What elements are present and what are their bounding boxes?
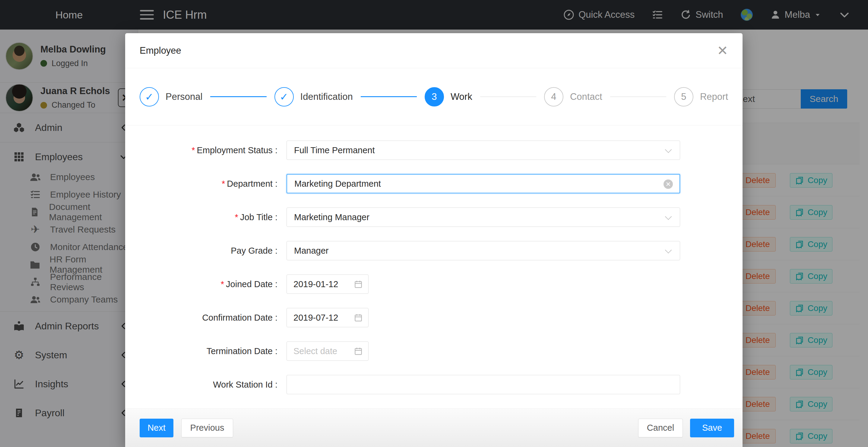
step-number: 4: [551, 91, 556, 102]
modal-title: Employee: [140, 45, 181, 56]
required-asterisk: *: [191, 145, 195, 155]
field-label-text: Confirmation Date: [202, 313, 273, 322]
field-row-employment-status: *Employment Status :Full Time Permanent: [125, 141, 743, 174]
step-contact[interactable]: 4Contact: [544, 87, 602, 107]
department-select[interactable]: Marketing Department✕: [286, 174, 680, 193]
step-label: Contact: [570, 91, 602, 102]
field-label-termination-date: Termination Date :: [125, 341, 282, 361]
field-row-confirmation-date: Confirmation Date :2019-07-12: [125, 308, 743, 341]
selected-value: Marketing Department: [294, 179, 381, 189]
close-icon: ✕: [717, 43, 728, 58]
field-label-confirmation-date: Confirmation Date :: [125, 308, 282, 327]
termination-date-datepicker[interactable]: Select date: [286, 341, 369, 361]
required-asterisk: *: [221, 279, 224, 289]
cancel-button[interactable]: Cancel: [638, 419, 683, 437]
step-identification[interactable]: ✓Identification: [275, 87, 353, 107]
modal-header: Employee ✕: [125, 33, 743, 68]
selected-value: Full Time Permanent: [294, 145, 375, 155]
field-label-text: Job Title: [240, 212, 273, 222]
field-control-joined-date: 2019-01-12: [286, 274, 369, 294]
field-label-text: Joined Date: [226, 279, 273, 289]
date-value: 2019-01-12: [293, 279, 338, 289]
step-work[interactable]: 3Work: [425, 87, 472, 107]
field-label-text: Employment Status: [197, 145, 272, 155]
step-check-icon: ✓: [145, 91, 154, 103]
step-connector: [210, 96, 266, 97]
selected-value: Manager: [294, 246, 329, 256]
step-label: Report: [700, 91, 728, 102]
step-connector: [361, 96, 417, 97]
field-row-department: *Department :Marketing Department✕: [125, 174, 743, 208]
step-label: Work: [451, 91, 472, 102]
step-circle: 4: [544, 87, 563, 107]
required-asterisk: *: [235, 212, 238, 222]
modal-footer: Next Previous Cancel Save: [125, 408, 743, 447]
confirmation-date-datepicker[interactable]: 2019-07-12: [286, 308, 369, 327]
step-check-icon: ✓: [280, 91, 288, 103]
field-label-text: Work Station Id: [213, 380, 273, 389]
step-connector: [480, 96, 536, 97]
date-value: Select date: [293, 346, 337, 356]
save-button[interactable]: Save: [690, 419, 734, 437]
field-control-work-station-id: [286, 375, 680, 394]
step-circle: 3: [425, 87, 444, 107]
step-label: Identification: [300, 91, 353, 102]
selected-value: Marketing Manager: [294, 212, 369, 222]
field-control-department: Marketing Department✕: [286, 174, 680, 193]
step-number: 5: [681, 91, 686, 102]
field-control-pay-grade: Manager: [286, 241, 680, 260]
field-row-joined-date: *Joined Date :2019-01-12: [125, 274, 743, 308]
job-title-select[interactable]: Marketing Manager: [286, 208, 680, 227]
field-label-pay-grade: Pay Grade :: [125, 241, 282, 260]
chevron-down-icon: [665, 213, 672, 220]
field-label-work-station-id: Work Station Id :: [125, 375, 282, 394]
field-label-department: *Department :: [125, 174, 282, 193]
modal-close-button[interactable]: ✕: [717, 44, 728, 57]
field-label-job-title: *Job Title :: [125, 208, 282, 227]
field-label-employment-status: *Employment Status :: [125, 141, 282, 160]
clear-icon[interactable]: ✕: [663, 179, 673, 189]
employment-status-select[interactable]: Full Time Permanent: [286, 141, 680, 160]
calendar-icon: [354, 313, 363, 322]
field-row-termination-date: Termination Date :Select date: [125, 341, 743, 375]
step-circle: 5: [674, 87, 693, 107]
field-row-pay-grade: Pay Grade :Manager: [125, 241, 743, 274]
next-button[interactable]: Next: [140, 419, 174, 437]
step-personal[interactable]: ✓Personal: [140, 87, 203, 107]
calendar-icon: [354, 347, 363, 356]
pay-grade-select[interactable]: Manager: [286, 241, 680, 260]
chevron-down-icon: [665, 146, 672, 153]
field-label-text: Department: [227, 179, 273, 188]
field-label-text: Pay Grade: [231, 246, 273, 256]
employee-work-form: *Employment Status :Full Time Permanent*…: [125, 125, 743, 408]
step-label: Personal: [165, 91, 203, 102]
required-asterisk: *: [222, 179, 225, 188]
work-station-id-input[interactable]: [286, 375, 680, 394]
step-number: 3: [432, 91, 437, 102]
step-report[interactable]: 5Report: [674, 87, 728, 107]
chevron-down-icon: [665, 247, 672, 254]
field-control-employment-status: Full Time Permanent: [286, 141, 680, 160]
field-control-termination-date: Select date: [286, 341, 369, 361]
field-control-confirmation-date: 2019-07-12: [286, 308, 369, 327]
step-circle: ✓: [140, 87, 159, 107]
field-label-joined-date: *Joined Date :: [125, 274, 282, 294]
step-wizard: ✓Personal✓Identification3Work4Contact5Re…: [125, 68, 743, 125]
step-circle: ✓: [275, 87, 294, 107]
field-row-job-title: *Job Title :Marketing Manager: [125, 208, 743, 241]
date-value: 2019-07-12: [293, 313, 338, 323]
field-row-work-station-id: Work Station Id :: [125, 375, 743, 408]
employee-modal: Employee ✕ ✓Personal✓Identification3Work…: [125, 33, 743, 447]
calendar-icon: [354, 279, 363, 289]
previous-button[interactable]: Previous: [181, 419, 233, 437]
step-connector: [610, 96, 666, 97]
field-control-job-title: Marketing Manager: [286, 208, 680, 227]
field-label-text: Termination Date: [207, 346, 273, 356]
joined-date-datepicker[interactable]: 2019-01-12: [286, 274, 369, 294]
